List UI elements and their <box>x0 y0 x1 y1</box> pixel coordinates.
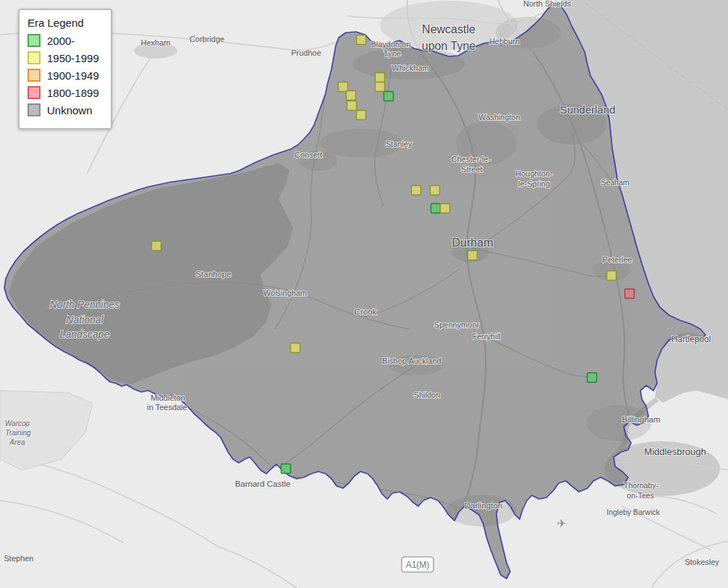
legend-item: 1800-1899 <box>27 86 99 99</box>
place-label: Hebburn <box>489 37 520 46</box>
era-marker[interactable] <box>384 92 394 101</box>
place-label: Landscape <box>60 328 110 340</box>
era-marker[interactable] <box>282 464 291 474</box>
legend-title: Era Legend <box>27 17 99 29</box>
place-label: Consett <box>295 150 322 159</box>
place-label: Bishop Auckland <box>382 357 441 365</box>
era-marker[interactable] <box>412 186 421 195</box>
place-label: North Shields <box>523 0 572 8</box>
place-label: Newcastle <box>422 23 475 35</box>
map-stage: ✈ A1(M) Newcastleupon TyneSunderlandDurh… <box>0 0 728 588</box>
place-label: Corbridge <box>190 35 224 43</box>
legend-swatch-icon <box>27 86 41 99</box>
place-label: Stokesley <box>685 558 719 566</box>
place-label: Middleton <box>151 393 185 402</box>
legend-item-label: 1800-1899 <box>47 87 99 99</box>
place-label: Darlington <box>465 501 502 510</box>
legend-swatch-icon <box>27 34 41 47</box>
place-label: Shildon <box>414 391 441 399</box>
legend-items: 2000-1950-19991900-19491800-1899Unknown <box>27 34 99 116</box>
era-marker[interactable] <box>588 373 597 383</box>
legend-swatch-icon <box>27 103 41 116</box>
legend-swatch-icon <box>27 51 41 64</box>
place-label: in Teesdale <box>147 403 187 412</box>
road-badge-a1m: A1(M) <box>402 557 433 572</box>
era-legend: Era Legend 2000-1950-19991900-19491800-1… <box>18 9 112 129</box>
era-marker[interactable] <box>607 271 617 281</box>
place-label: Area <box>9 438 25 446</box>
place-label: Barnard Castle <box>235 480 291 488</box>
era-marker[interactable] <box>357 111 366 120</box>
legend-item: Unknown <box>27 103 99 116</box>
place-label: on-Tees <box>627 491 653 500</box>
era-marker[interactable] <box>431 204 441 213</box>
place-label: Middlesbrough <box>644 446 706 457</box>
era-marker[interactable] <box>347 91 356 101</box>
place-label: Prudhoe <box>291 48 321 57</box>
era-marker[interactable] <box>441 204 450 213</box>
place-label: Seaham <box>601 178 629 187</box>
legend-item: 2000- <box>27 34 99 47</box>
place-label: Hexham <box>141 38 171 47</box>
icon-layer: ✈ <box>557 517 567 530</box>
place-label: Tyne <box>384 49 401 58</box>
era-marker[interactable] <box>339 82 348 92</box>
place-label: Street <box>461 165 482 174</box>
place-label: National <box>66 314 103 325</box>
place-label: le-Spring <box>518 179 550 188</box>
era-marker[interactable] <box>625 289 635 299</box>
era-marker[interactable] <box>431 186 440 195</box>
era-marker[interactable] <box>376 73 385 82</box>
place-label: Warcop <box>5 419 30 427</box>
place-label: Training <box>5 429 31 437</box>
era-marker[interactable] <box>376 82 385 92</box>
place-label: Spennymoor <box>434 320 480 329</box>
era-marker[interactable] <box>152 242 161 251</box>
place-label: Sunderland <box>560 103 616 116</box>
road-badge-label: A1(M) <box>406 560 430 570</box>
legend-swatch-icon <box>27 69 41 82</box>
airport-icon: ✈ <box>557 517 567 530</box>
place-label: Stanley <box>386 140 412 148</box>
place-label: Ingleby Barwick <box>606 508 660 516</box>
era-marker[interactable] <box>347 101 357 111</box>
place-label: Whickham <box>391 64 428 72</box>
era-marker[interactable] <box>291 344 300 353</box>
legend-item: 1900-1949 <box>27 69 99 82</box>
place-label: Stephen <box>4 554 34 563</box>
era-marker[interactable] <box>357 35 366 45</box>
place-label: North Pennines <box>50 299 120 310</box>
place-label: Thornaby- <box>624 481 659 490</box>
place-label: Billingham <box>622 415 660 424</box>
place-label: Crook <box>355 307 377 316</box>
place-label: Chester-le- <box>452 155 491 163</box>
place-label: Washington <box>478 113 520 122</box>
era-marker[interactable] <box>468 251 478 260</box>
legend-item-label: 1950-1999 <box>47 52 99 64</box>
legend-item: 1950-1999 <box>27 51 99 64</box>
place-label: upon Tyne <box>422 40 476 52</box>
legend-item-label: 2000- <box>47 35 75 47</box>
place-label: Durham <box>452 237 494 249</box>
place-label: Wolsingham <box>263 289 307 297</box>
place-label: Ferryhill <box>472 332 500 341</box>
place-label: Blaydon on <box>371 40 410 48</box>
legend-item-label: Unknown <box>47 104 93 116</box>
place-label: Peterlee <box>603 255 632 264</box>
place-label: Hartlepool <box>672 334 711 344</box>
place-label: Stanhope <box>195 270 231 278</box>
legend-item-label: 1900-1949 <box>47 69 99 82</box>
place-label: Houghton- <box>515 169 553 178</box>
